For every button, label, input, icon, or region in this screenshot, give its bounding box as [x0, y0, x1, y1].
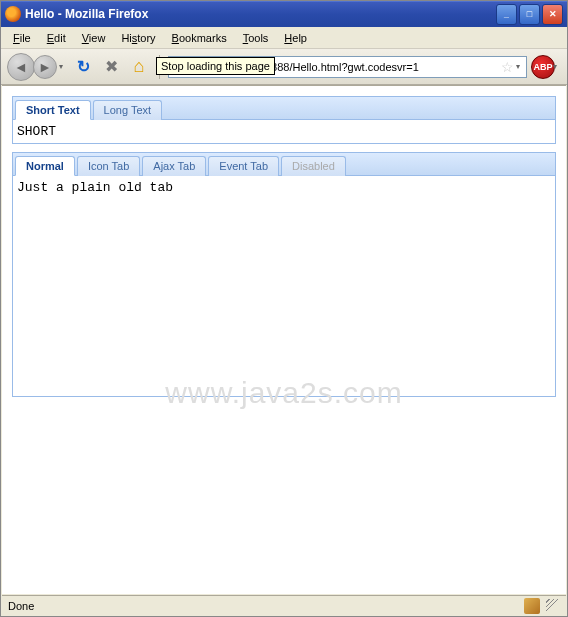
firefox-icon — [5, 6, 21, 22]
bookmark-star-icon[interactable]: ☆ — [501, 59, 514, 75]
menu-tools[interactable]: Tools — [235, 30, 277, 46]
url-dropdown-icon[interactable]: ▾ — [516, 62, 520, 71]
tab-long-text[interactable]: Long Text — [93, 100, 163, 120]
back-button[interactable]: ◄ — [7, 53, 35, 81]
reload-button[interactable]: ↻ — [71, 55, 95, 79]
tab-short-text[interactable]: Short Text — [15, 100, 91, 120]
tabpanel-2-body: Just a plain old tab — [13, 176, 555, 396]
stop-tooltip: Stop loading this page — [156, 57, 275, 75]
title-bar: Hello - Mozilla Firefox _ □ ✕ — [1, 1, 567, 27]
menu-file[interactable]: File — [5, 30, 39, 46]
tabstrip-1: Short TextLong Text — [13, 97, 555, 120]
navigation-toolbar: ◄ ► ▾ ↻ ✖ ⌂ ☆ ▾ ABP ▾ — [1, 49, 567, 85]
window-buttons: _ □ ✕ — [496, 4, 563, 25]
tabpanel-1-body: SHORT — [13, 120, 555, 143]
maximize-button[interactable]: □ — [519, 4, 540, 25]
stop-button[interactable]: ✖ — [99, 55, 123, 79]
minimize-button[interactable]: _ — [496, 4, 517, 25]
adblock-button[interactable]: ABP — [531, 55, 555, 79]
window-title: Hello - Mozilla Firefox — [25, 7, 496, 21]
home-button[interactable]: ⌂ — [127, 55, 151, 79]
abp-wrap: ABP ▾ — [531, 55, 561, 79]
tab-normal[interactable]: Normal — [15, 156, 75, 176]
close-button[interactable]: ✕ — [542, 4, 563, 25]
abp-dropdown-icon[interactable]: ▾ — [553, 62, 557, 71]
status-addon-icon[interactable] — [524, 598, 540, 614]
tab-icon-tab[interactable]: Icon Tab — [77, 156, 140, 176]
page-content: Short TextLong Text SHORT NormalIcon Tab… — [2, 86, 566, 415]
status-bar: Done — [2, 595, 566, 615]
menu-bar: FileEditViewHistoryBookmarksToolsHelp — [1, 27, 567, 49]
tab-disabled: Disabled — [281, 156, 346, 176]
tabstrip-2: NormalIcon TabAjax TabEvent TabDisabled — [13, 153, 555, 176]
forward-button[interactable]: ► — [33, 55, 57, 79]
tabpanel-short-long: Short TextLong Text SHORT — [12, 96, 556, 144]
nav-history-dropdown[interactable]: ▾ — [59, 62, 63, 71]
menu-view[interactable]: View — [74, 30, 114, 46]
menu-bookmarks[interactable]: Bookmarks — [164, 30, 235, 46]
menu-history[interactable]: History — [113, 30, 163, 46]
tab-event-tab[interactable]: Event Tab — [208, 156, 279, 176]
resize-grip-icon[interactable] — [546, 599, 560, 613]
menu-edit[interactable]: Edit — [39, 30, 74, 46]
status-text: Done — [8, 600, 34, 612]
page-viewport: Short TextLong Text SHORT NormalIcon Tab… — [2, 85, 566, 594]
menu-help[interactable]: Help — [276, 30, 315, 46]
tab-ajax-tab[interactable]: Ajax Tab — [142, 156, 206, 176]
tabpanel-main: NormalIcon TabAjax TabEvent TabDisabled … — [12, 152, 556, 397]
